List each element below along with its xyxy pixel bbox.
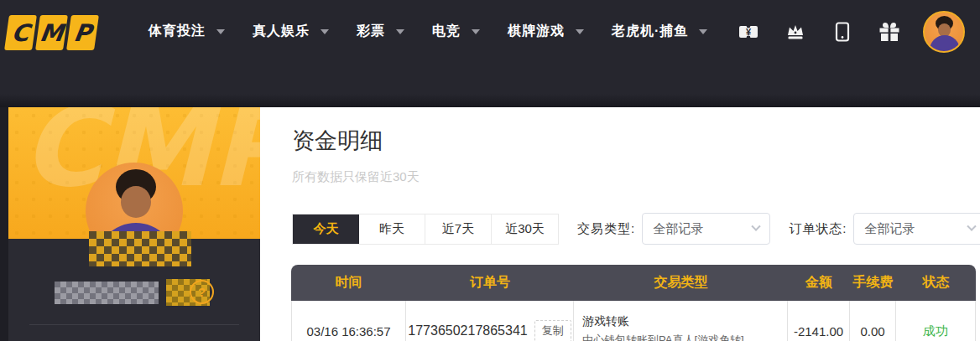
funds-table: 时间 订单号 交易类型 金额 手续费 状态 03/16 16:36:57 177…: [291, 265, 976, 341]
avatar-jersey: [930, 35, 960, 53]
cell-transaction-type: 游戏转账 中心钱包转账到PA真人[游戏免转]: [574, 301, 788, 341]
username-blur-mosaic: [55, 282, 159, 304]
tab-last-7-days[interactable]: 近7天: [425, 214, 492, 244]
sidebar-divider: [29, 324, 239, 325]
svg-text:¥: ¥: [746, 27, 752, 37]
chevron-down-icon: [752, 222, 761, 231]
menu-label: 真人娱乐: [253, 23, 310, 40]
chevron-down-icon: [396, 29, 404, 34]
chevron-down-icon: [321, 29, 329, 34]
cell-order-no: 1773650217865341 复制: [406, 301, 574, 341]
logo-letter: C: [4, 15, 37, 50]
menu-item-slots-fishing[interactable]: 老虎机·捕鱼: [612, 23, 707, 40]
menu-item-sports[interactable]: 体育投注: [149, 23, 225, 40]
crown-icon[interactable]: [785, 22, 805, 42]
table-header: 时间 订单号 交易类型 金额 手续费 状态: [291, 265, 976, 301]
menu-label: 电竞: [432, 23, 461, 40]
main-content: 资金明细 所有数据只保留近30天 今天 昨天 近7天 近30天 交易类型: 全部…: [260, 107, 980, 341]
voucher-icon[interactable]: ¥: [738, 22, 758, 42]
header-status: 状态: [896, 274, 976, 292]
chevron-down-icon: [576, 29, 584, 34]
cell-status: 成功: [896, 301, 976, 341]
page-subtitle: 所有数据只保留近30天: [292, 169, 420, 185]
menu-item-card-games[interactable]: 棋牌游戏: [508, 23, 584, 40]
menu-item-esports[interactable]: 电竞: [432, 23, 480, 40]
cell-fee: 0.00: [850, 301, 896, 341]
tab-today[interactable]: 今天: [293, 214, 359, 244]
chevron-down-icon: [699, 29, 707, 34]
nav-icon-group: ¥: [738, 0, 899, 63]
transaction-type-label: 交易类型:: [577, 221, 635, 237]
chevron-down-icon: [967, 222, 977, 231]
copy-button[interactable]: 复制: [534, 320, 571, 341]
header-order-no: 订单号: [406, 274, 574, 292]
mobile-icon[interactable]: [832, 22, 852, 42]
user-avatar[interactable]: [923, 11, 965, 53]
page-title: 资金明细: [292, 126, 383, 156]
order-status-select[interactable]: 全部记录: [853, 213, 980, 245]
main-menu: 体育投注 真人娱乐 彩票 电竞 棋牌游戏 老虎机·捕鱼: [149, 0, 707, 63]
cell-amount: -2141.00: [788, 301, 850, 341]
order-number: 1773650217865341: [408, 323, 527, 338]
menu-label: 体育投注: [149, 23, 206, 40]
header-transaction-type: 交易类型: [574, 274, 788, 292]
chevron-down-icon: [472, 29, 480, 34]
date-range-tabs: 今天 昨天 近7天 近30天: [292, 214, 559, 245]
avatar-blur-mosaic: [89, 231, 191, 266]
logo-letter: P: [66, 15, 99, 50]
profile-sidebar: CMP ?: [8, 107, 260, 341]
tab-yesterday[interactable]: 昨天: [359, 214, 425, 244]
menu-label: 棋牌游戏: [508, 23, 565, 40]
menu-item-live-casino[interactable]: 真人娱乐: [253, 23, 329, 40]
order-status-label: 订单状态:: [789, 221, 847, 237]
transaction-type-value: 全部记录: [653, 221, 703, 237]
filter-bar: 今天 昨天 近7天 近30天 交易类型: 全部记录 订单状态: 全部记录: [292, 213, 980, 245]
transaction-type-line1: 游戏转账: [582, 314, 629, 329]
chevron-down-icon: [216, 29, 225, 34]
menu-item-lottery[interactable]: 彩票: [357, 23, 404, 40]
transaction-type-select[interactable]: 全部记录: [642, 213, 770, 245]
vip-badge-icon: ?: [190, 280, 214, 304]
order-status-value: 全部记录: [864, 221, 915, 237]
tab-last-30-days[interactable]: 近30天: [492, 214, 558, 244]
header-fee: 手续费: [850, 274, 896, 292]
logo-letter: M: [35, 15, 68, 50]
transaction-type-line2: 中心钱包转账到PA真人[游戏免转]: [582, 333, 744, 341]
cell-time: 03/16 16:36:57: [291, 301, 406, 341]
header-time: 时间: [291, 274, 406, 292]
cmp-logo[interactable]: C M P: [4, 15, 99, 50]
avatar-face: [121, 186, 151, 218]
top-navbar: C M P 体育投注 真人娱乐 彩票 电竞 棋牌游戏 老虎机·捕鱼: [0, 0, 980, 107]
menu-label: 彩票: [357, 23, 385, 40]
menu-label: 老虎机·捕鱼: [612, 23, 688, 40]
table-row: 03/16 16:36:57 1773650217865341 复制 游戏转账 …: [291, 301, 976, 341]
page-background-edge: [0, 107, 8, 341]
header-amount: 金额: [788, 274, 850, 292]
gift-icon[interactable]: [879, 22, 899, 42]
